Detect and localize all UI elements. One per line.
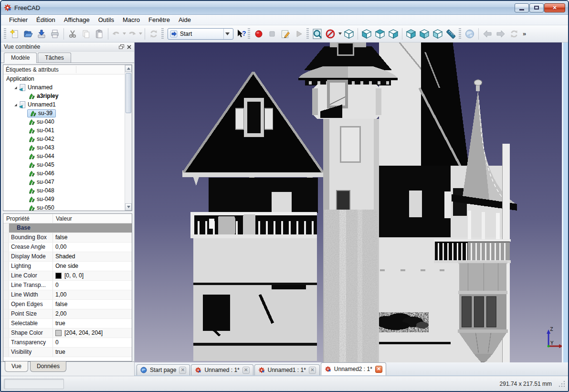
workbench-dropdown[interactable] [223,29,231,39]
property-row-line-transparency[interactable]: Line Transp...0 [3,281,132,290]
float-panel-button[interactable] [119,44,124,49]
whats-this-button[interactable]: ? [235,27,247,41]
print-button[interactable] [48,27,62,41]
tree-item-application[interactable]: Application [3,74,125,83]
workbench-selector[interactable]: Start [168,28,233,40]
tab-start-page[interactable]: Start page ✕ [137,364,190,375]
toolbar-grip[interactable] [161,28,164,40]
dock-header[interactable]: Vue combinée [1,42,134,52]
menu-aide[interactable]: Aide [174,15,195,24]
tree-item-unnamed[interactable]: Unnamed [3,83,125,92]
tab-close-button[interactable]: ✕ [309,367,316,374]
property-row-shape-color[interactable]: Shape Color[204, 204, 204] [3,328,132,338]
tree-item-su-049[interactable]: su-049 [3,195,125,203]
tree-item-su-043[interactable]: su-043 [3,143,125,152]
tab-close-button[interactable]: ✕ [179,367,186,374]
tab-vue[interactable]: Vue [5,361,28,372]
title-bar[interactable]: FreeCAD ✕ [1,1,568,15]
view-left-button[interactable] [431,27,444,41]
view-top-button[interactable] [373,27,387,41]
redo-button[interactable] [126,27,138,41]
tree-item-su-044[interactable]: su-044 [3,152,125,160]
maximize-button[interactable] [529,3,544,12]
tab-donnees[interactable]: Données [30,361,66,372]
view-front-button[interactable] [360,27,373,41]
save-button[interactable] [35,27,48,41]
expander-icon[interactable] [13,103,18,107]
open-button[interactable] [21,27,35,41]
tree-item-a3ripley[interactable]: a3ripley [3,92,125,100]
nav-forward-button[interactable] [494,27,507,41]
menu-macro[interactable]: Macro [118,15,144,24]
undo-dropdown[interactable] [122,32,126,35]
tree-item-su-041[interactable]: su-041 [3,126,125,135]
minimize-button[interactable] [515,3,529,12]
close-button[interactable]: ✕ [544,3,565,12]
tree-item-su-39[interactable]: su-39 [3,109,125,117]
menu-edition[interactable]: Édition [32,15,60,24]
view-bottom-button[interactable] [418,27,431,41]
new-document-button[interactable] [8,27,21,41]
property-row-lighting[interactable]: LightingOne side [3,262,132,271]
property-row-line-width[interactable]: Line Width1,00 [3,290,132,300]
tab-close-button[interactable]: ✕ [375,366,382,373]
tree-item-su-047[interactable]: su-047 [3,178,125,186]
macro-edit-button[interactable] [279,27,292,41]
tree-item-su-045[interactable]: su-045 [3,160,125,169]
property-row-open-edges[interactable]: Open Edgesfalse [3,300,132,309]
tree-item-su-046[interactable]: su-046 [3,169,125,178]
refresh-button[interactable] [147,27,160,41]
redo-dropdown[interactable] [138,32,143,35]
tab-modele[interactable]: Modèle [4,53,37,63]
menu-fenetre[interactable]: Fenêtre [144,15,174,24]
tab-unnamed2-active[interactable]: Unnamed2 : 1* ✕ [321,362,386,375]
nav-back-button[interactable] [481,27,494,41]
property-row-visibility[interactable]: Visibilitytrue [3,348,132,357]
property-row-bounding-box[interactable]: Bounding Boxfalse [3,233,132,243]
property-row-transparency[interactable]: Transparency0 [3,338,132,348]
property-row-point-size[interactable]: Point Size2,00 [3,309,132,319]
close-panel-button[interactable] [127,45,131,49]
scroll-up-button[interactable] [125,65,132,72]
copy-button[interactable] [79,27,93,41]
draw-style-dropdown[interactable] [337,32,342,35]
menu-outils[interactable]: Outils [94,15,118,24]
view-right-button[interactable] [387,27,400,41]
cut-button[interactable] [66,27,79,41]
tab-close-button[interactable]: ✕ [242,367,250,374]
view-rear-button[interactable] [404,27,418,41]
scroll-down-button[interactable] [125,203,132,211]
3d-viewport[interactable]: Z X Y [135,42,568,362]
scrollbar-thumb[interactable] [126,73,131,113]
macro-record-button[interactable] [252,27,265,41]
view-axonometric-button[interactable] [342,27,356,41]
tab-taches[interactable]: Tâches [38,53,71,63]
resize-grip[interactable] [558,381,565,387]
tab-unnamed1[interactable]: Unnamed1 : 1* ✕ [254,364,320,375]
tree-item-su-040[interactable]: su-040 [3,117,125,126]
toolbar-grip[interactable] [248,28,250,40]
toolbar-grip[interactable] [459,28,461,40]
tab-unnamed[interactable]: Unnamed : 1* ✕ [191,364,253,375]
tree-item-su-050[interactable]: su-050 [3,203,125,211]
property-group-base[interactable]: Base [3,223,132,233]
fit-all-button[interactable] [311,27,324,41]
macro-play-button[interactable] [292,27,306,41]
property-row-crease-angle[interactable]: Crease Angle0,00 [3,243,132,252]
web-home-button[interactable] [463,27,476,41]
macro-stop-button[interactable] [265,27,279,41]
toolbar-grip[interactable] [306,28,309,40]
tree-item-su-042[interactable]: su-042 [3,135,125,143]
expander-icon[interactable] [13,85,18,90]
draw-style-button[interactable] [324,27,337,41]
nav-refresh-button[interactable] [507,27,521,41]
toolbar-overflow-button[interactable]: » [521,30,527,37]
toolbar-grip[interactable] [4,28,6,40]
tree-item-su-048[interactable]: su-048 [3,186,125,195]
paste-button[interactable] [93,27,106,41]
tree-scrollbar[interactable] [125,65,132,211]
menu-affichage[interactable]: Affichage [60,15,94,24]
property-row-display-mode[interactable]: Display ModeShaded [3,252,132,262]
property-row-selectable[interactable]: Selectabletrue [3,319,132,328]
property-row-line-color[interactable]: Line Color[0, 0, 0] [3,271,132,281]
